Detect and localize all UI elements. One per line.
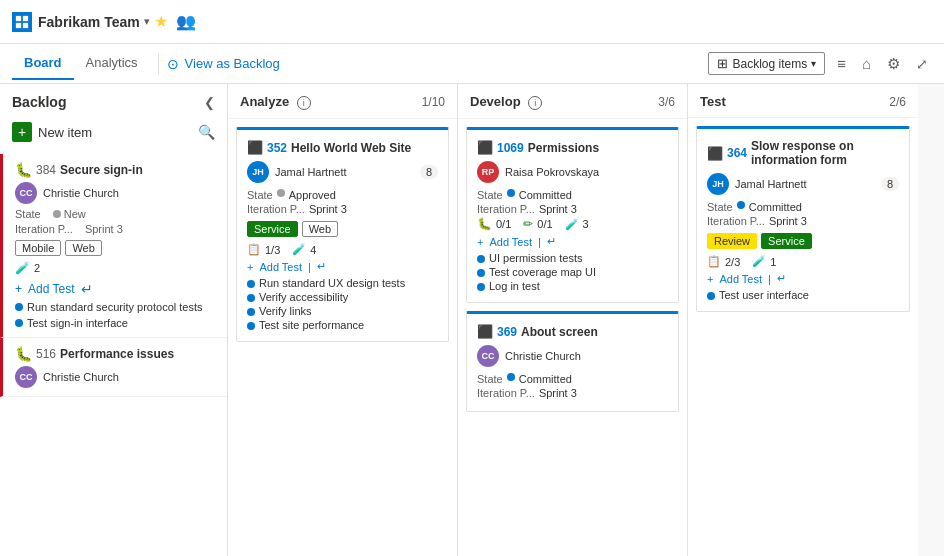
wi-test-1069-0: UI permission tests xyxy=(477,252,668,264)
backlog-items-list: 🐛 384 Secure sign-in CC Christie Church … xyxy=(0,150,227,556)
bug-icon-516: 🐛 xyxy=(15,346,32,362)
view-as-backlog[interactable]: ⊙ View as Backlog xyxy=(167,56,280,72)
badge-352: 8 xyxy=(420,165,438,179)
favorite-icon[interactable]: ★ xyxy=(154,12,168,31)
fullscreen-icon[interactable]: ⤢ xyxy=(912,52,932,76)
state-dot-1069 xyxy=(507,189,515,197)
wi-title-364[interactable]: Slow response on information form xyxy=(751,139,899,167)
new-item-label: New item xyxy=(38,125,92,140)
tag-web: Web xyxy=(65,240,101,256)
wi-352-header: ⬛ 352 Hello World Web Site xyxy=(247,140,438,155)
test-column: Test 2/6 ⬛ 364 Slow response on informat… xyxy=(688,84,918,556)
story-icon-352: 📋 xyxy=(247,243,261,256)
analyze-header: Analyze i 1/10 xyxy=(228,84,457,119)
develop-column: Develop i 3/6 ⬛ 1069 Permissions RP xyxy=(458,84,688,556)
add-test-364[interactable]: + Add Test | ↵ xyxy=(707,272,899,285)
card-516-header: 🐛 516 Performance issues xyxy=(15,346,215,362)
analyze-items: ⬛ 352 Hello World Web Site JH Jamal Hart… xyxy=(228,119,457,556)
wi-card-364: ⬛ 364 Slow response on information form … xyxy=(696,126,910,312)
refresh-icon-1069: ↵ xyxy=(547,235,556,248)
search-icon[interactable]: 🔍 xyxy=(198,124,215,140)
wi-id-352: 352 xyxy=(267,141,287,155)
iter-val-369: Sprint 3 xyxy=(539,387,577,399)
wi-369-state: State Committed xyxy=(477,373,668,385)
wi-test-1069-1: Test coverage map UI xyxy=(477,266,668,278)
filter-icon[interactable]: ⌂ xyxy=(858,51,875,76)
badge-364: 8 xyxy=(881,177,899,191)
board-container: Backlog ❮ + New item 🔍 🐛 384 Secure sign… xyxy=(0,84,944,556)
settings-icon[interactable]: ≡ xyxy=(833,51,850,76)
wi-test-352-3: Test site performance xyxy=(247,319,438,331)
board-columns: Analyze i 1/10 ⬛ 352 Hello World Web Sit… xyxy=(228,84,944,556)
sprint-member-icon[interactable]: 👥 xyxy=(176,12,196,31)
card-516-title[interactable]: Performance issues xyxy=(60,347,174,361)
card-384-tags: Mobile Web xyxy=(15,240,215,256)
wi-352-avatar-row: JH Jamal Hartnett 8 xyxy=(247,161,438,183)
tab-analytics[interactable]: Analytics xyxy=(74,47,150,80)
card-384-id: 384 xyxy=(36,163,56,177)
wi-title-352[interactable]: Hello World Web Site xyxy=(291,141,411,155)
flask-352: 4 xyxy=(310,244,316,256)
wi-id-369: 369 xyxy=(497,325,517,339)
wi-title-1069[interactable]: Permissions xyxy=(528,141,599,155)
assignee-1069: Raisa Pokrovskaya xyxy=(505,166,599,178)
backlog-collapse-icon[interactable]: ❮ xyxy=(204,95,215,110)
team-dropdown-icon[interactable]: ▾ xyxy=(144,15,150,28)
avatar-christie-369: CC xyxy=(477,345,499,367)
add-test-384[interactable]: + Add Test ↵ xyxy=(15,281,215,297)
wi-title-369[interactable]: About screen xyxy=(521,325,598,339)
test-dot-1069-1 xyxy=(477,269,485,277)
story-icon-364: 📋 xyxy=(707,255,721,268)
analyze-info-icon[interactable]: i xyxy=(297,96,311,110)
test-label-352-0: Run standard UX design tests xyxy=(259,277,405,289)
flask-1069: 3 xyxy=(583,218,589,230)
test-label-364-0: Test user interface xyxy=(719,289,809,301)
develop-count: 3/6 xyxy=(658,95,675,109)
plus-icon: + xyxy=(12,122,32,142)
backlog-items-btn[interactable]: ⊞ Backlog items ▾ xyxy=(708,52,825,75)
team-name[interactable]: Fabrikam Team xyxy=(38,14,140,30)
add-test-352[interactable]: + Add Test | ↵ xyxy=(247,260,438,273)
wi-card-352: ⬛ 352 Hello World Web Site JH Jamal Hart… xyxy=(236,127,449,342)
test-label-352-1: Verify accessibility xyxy=(259,291,348,303)
flask-icon-384: 🧪 xyxy=(15,261,30,275)
card-516-id: 516 xyxy=(36,347,56,361)
add-test-1069[interactable]: + Add Test | ↵ xyxy=(477,235,668,248)
develop-info-icon[interactable]: i xyxy=(528,96,542,110)
wi-icon-1069: ⬛ xyxy=(477,140,493,155)
add-test-label-1069: Add Test xyxy=(489,236,532,248)
plus-icon-352: + xyxy=(247,261,253,273)
backlog-title: Backlog xyxy=(12,94,66,110)
new-item-btn[interactable]: + New item 🔍 xyxy=(0,116,227,150)
gear-icon[interactable]: ⚙ xyxy=(883,51,904,77)
test-dot-352-1 xyxy=(247,294,255,302)
tab-board[interactable]: Board xyxy=(12,47,74,80)
svg-rect-0 xyxy=(16,15,21,20)
analyze-count: 1/10 xyxy=(422,95,445,109)
card-384-title[interactable]: Secure sign-in xyxy=(60,163,143,177)
backlog-dropdown-icon[interactable]: ▾ xyxy=(811,58,816,69)
state-val-369: Committed xyxy=(519,373,572,385)
wi-369-avatar-row: CC Christie Church xyxy=(477,345,668,367)
refresh-icon-364: ↵ xyxy=(777,272,786,285)
wi-test-352-2: Verify links xyxy=(247,305,438,317)
wi-1069-avatar-row: RP Raisa Pokrovskaya xyxy=(477,161,668,183)
card-384-flask: 🧪 2 xyxy=(15,261,215,275)
test-count: 2/6 xyxy=(889,95,906,109)
card-384-fields: State New xyxy=(15,208,215,220)
avatar-christie-516: CC xyxy=(15,366,37,388)
avatar-jamal-364: JH xyxy=(707,173,729,195)
divider-1069: | xyxy=(538,236,541,248)
nav-divider xyxy=(158,54,159,74)
flask-364: 1 xyxy=(770,256,776,268)
tag-mobile: Mobile xyxy=(15,240,61,256)
avatar-jamal-352: JH xyxy=(247,161,269,183)
wi-1069-header: ⬛ 1069 Permissions xyxy=(477,140,668,155)
iter-val-352: Sprint 3 xyxy=(309,203,347,215)
wi-id-364: 364 xyxy=(727,146,747,160)
card-384-iteration: Iteration P... Sprint 3 xyxy=(15,223,215,235)
test-header: Test 2/6 xyxy=(688,84,918,118)
wi-card-369: ⬛ 369 About screen CC Christie Church St… xyxy=(466,311,679,412)
test-dot xyxy=(15,303,23,311)
develop-items: ⬛ 1069 Permissions RP Raisa Pokrovskaya … xyxy=(458,119,687,556)
